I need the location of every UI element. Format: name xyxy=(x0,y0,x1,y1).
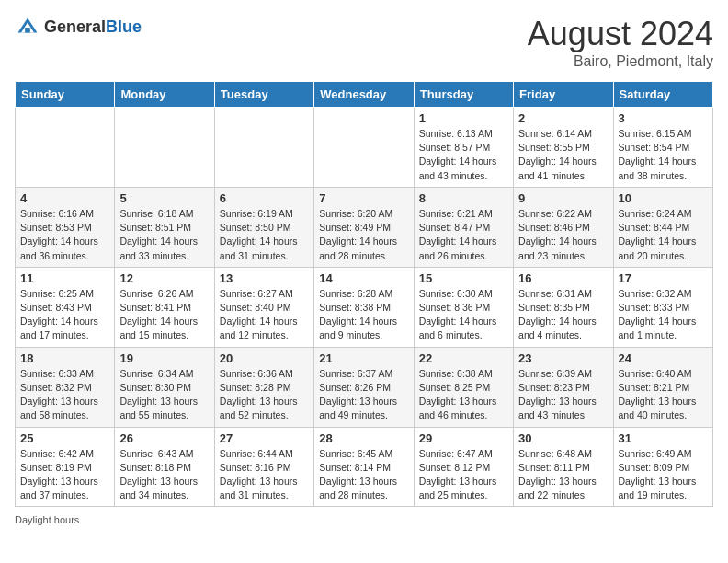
calendar-cell: 25Sunrise: 6:42 AMSunset: 8:19 PMDayligh… xyxy=(16,427,115,507)
calendar-cell: 14Sunrise: 6:28 AMSunset: 8:38 PMDayligh… xyxy=(314,267,414,347)
calendar-cell: 12Sunrise: 6:26 AMSunset: 8:41 PMDayligh… xyxy=(115,267,214,347)
day-info: Sunrise: 6:27 AMSunset: 8:40 PMDaylight:… xyxy=(220,287,309,343)
calendar-cell: 19Sunrise: 6:34 AMSunset: 8:30 PMDayligh… xyxy=(115,347,214,427)
calendar-cell: 3Sunrise: 6:15 AMSunset: 8:54 PMDaylight… xyxy=(613,108,712,188)
day-info: Sunrise: 6:34 AMSunset: 8:30 PMDaylight:… xyxy=(119,367,209,423)
day-number: 24 xyxy=(619,351,708,365)
calendar-cell xyxy=(16,108,115,188)
calendar-cell: 18Sunrise: 6:33 AMSunset: 8:32 PMDayligh… xyxy=(16,347,115,427)
day-info: Sunrise: 6:30 AMSunset: 8:36 PMDaylight:… xyxy=(419,287,508,343)
logo-text: General Blue xyxy=(44,18,142,37)
day-info: Sunrise: 6:21 AMSunset: 8:47 PMDaylight:… xyxy=(419,207,508,263)
calendar-day-header: Monday xyxy=(115,82,214,108)
calendar-cell: 10Sunrise: 6:24 AMSunset: 8:44 PMDayligh… xyxy=(613,187,712,267)
day-info: Sunrise: 6:37 AMSunset: 8:26 PMDaylight:… xyxy=(319,367,408,423)
calendar-cell: 28Sunrise: 6:45 AMSunset: 8:14 PMDayligh… xyxy=(314,427,414,507)
day-info: Sunrise: 6:18 AMSunset: 8:51 PMDaylight:… xyxy=(119,207,209,263)
day-number: 4 xyxy=(20,191,109,205)
calendar-cell: 16Sunrise: 6:31 AMSunset: 8:35 PMDayligh… xyxy=(514,267,613,347)
calendar-cell: 8Sunrise: 6:21 AMSunset: 8:47 PMDaylight… xyxy=(414,187,513,267)
day-info: Sunrise: 6:42 AMSunset: 8:19 PMDaylight:… xyxy=(20,447,109,503)
calendar-day-header: Tuesday xyxy=(214,82,313,108)
calendar-cell: 31Sunrise: 6:49 AMSunset: 8:09 PMDayligh… xyxy=(613,427,712,507)
calendar-cell xyxy=(115,108,214,188)
day-number: 26 xyxy=(119,431,209,445)
calendar-cell: 29Sunrise: 6:47 AMSunset: 8:12 PMDayligh… xyxy=(414,427,513,507)
day-number: 13 xyxy=(220,271,309,285)
day-number: 3 xyxy=(619,111,708,125)
day-number: 7 xyxy=(319,191,408,205)
calendar-cell: 27Sunrise: 6:44 AMSunset: 8:16 PMDayligh… xyxy=(214,427,313,507)
day-number: 15 xyxy=(419,271,508,285)
day-number: 5 xyxy=(119,191,209,205)
calendar-cell: 15Sunrise: 6:30 AMSunset: 8:36 PMDayligh… xyxy=(414,267,513,347)
calendar-header-row: SundayMondayTuesdayWednesdayThursdayFrid… xyxy=(16,82,713,108)
day-info: Sunrise: 6:25 AMSunset: 8:43 PMDaylight:… xyxy=(20,287,109,343)
calendar-week-row: 4Sunrise: 6:16 AMSunset: 8:53 PMDaylight… xyxy=(16,187,713,267)
page-header: General Blue August 2024 Bairo, Piedmont… xyxy=(15,15,713,70)
calendar-week-row: 1Sunrise: 6:13 AMSunset: 8:57 PMDaylight… xyxy=(16,108,713,188)
day-number: 25 xyxy=(20,431,109,445)
day-number: 18 xyxy=(20,351,109,365)
calendar-cell: 5Sunrise: 6:18 AMSunset: 8:51 PMDaylight… xyxy=(115,187,214,267)
calendar-cell: 11Sunrise: 6:25 AMSunset: 8:43 PMDayligh… xyxy=(16,267,115,347)
title-block: August 2024 Bairo, Piedmont, Italy xyxy=(528,15,713,70)
calendar-cell: 13Sunrise: 6:27 AMSunset: 8:40 PMDayligh… xyxy=(214,267,313,347)
day-info: Sunrise: 6:14 AMSunset: 8:55 PMDaylight:… xyxy=(518,127,608,183)
calendar-cell: 21Sunrise: 6:37 AMSunset: 8:26 PMDayligh… xyxy=(314,347,414,427)
day-info: Sunrise: 6:36 AMSunset: 8:28 PMDaylight:… xyxy=(220,367,309,423)
day-number: 8 xyxy=(419,191,508,205)
day-info: Sunrise: 6:32 AMSunset: 8:33 PMDaylight:… xyxy=(619,287,708,343)
calendar-cell: 26Sunrise: 6:43 AMSunset: 8:18 PMDayligh… xyxy=(115,427,214,507)
logo-blue: Blue xyxy=(106,18,142,37)
calendar-cell xyxy=(214,108,313,188)
calendar-week-row: 25Sunrise: 6:42 AMSunset: 8:19 PMDayligh… xyxy=(16,427,713,507)
day-info: Sunrise: 6:44 AMSunset: 8:16 PMDaylight:… xyxy=(220,447,309,503)
day-info: Sunrise: 6:33 AMSunset: 8:32 PMDaylight:… xyxy=(20,367,109,423)
day-number: 28 xyxy=(319,431,408,445)
day-info: Sunrise: 6:47 AMSunset: 8:12 PMDaylight:… xyxy=(419,447,508,503)
calendar-cell: 17Sunrise: 6:32 AMSunset: 8:33 PMDayligh… xyxy=(613,267,712,347)
day-info: Sunrise: 6:20 AMSunset: 8:49 PMDaylight:… xyxy=(319,207,408,263)
day-info: Sunrise: 6:31 AMSunset: 8:35 PMDaylight:… xyxy=(518,287,608,343)
day-info: Sunrise: 6:49 AMSunset: 8:09 PMDaylight:… xyxy=(619,447,708,503)
footer: Daylight hours xyxy=(15,514,713,525)
calendar-cell: 2Sunrise: 6:14 AMSunset: 8:55 PMDaylight… xyxy=(514,108,613,188)
day-number: 30 xyxy=(518,431,608,445)
logo-icon xyxy=(15,15,40,40)
day-info: Sunrise: 6:45 AMSunset: 8:14 PMDaylight:… xyxy=(319,447,408,503)
calendar-cell: 23Sunrise: 6:39 AMSunset: 8:23 PMDayligh… xyxy=(514,347,613,427)
day-info: Sunrise: 6:19 AMSunset: 8:50 PMDaylight:… xyxy=(220,207,309,263)
day-number: 11 xyxy=(20,271,109,285)
logo: General Blue xyxy=(15,15,142,40)
month-year: August 2024 xyxy=(528,15,713,53)
day-number: 6 xyxy=(220,191,309,205)
calendar-day-header: Wednesday xyxy=(314,82,414,108)
day-number: 9 xyxy=(518,191,608,205)
day-info: Sunrise: 6:22 AMSunset: 8:46 PMDaylight:… xyxy=(518,207,608,263)
calendar-cell: 9Sunrise: 6:22 AMSunset: 8:46 PMDaylight… xyxy=(514,187,613,267)
day-info: Sunrise: 6:48 AMSunset: 8:11 PMDaylight:… xyxy=(518,447,608,503)
calendar-day-header: Friday xyxy=(514,82,613,108)
day-info: Sunrise: 6:38 AMSunset: 8:25 PMDaylight:… xyxy=(419,367,508,423)
calendar-cell xyxy=(314,108,414,188)
day-info: Sunrise: 6:26 AMSunset: 8:41 PMDaylight:… xyxy=(119,287,209,343)
calendar-day-header: Sunday xyxy=(16,82,115,108)
day-number: 17 xyxy=(619,271,708,285)
day-number: 27 xyxy=(220,431,309,445)
calendar-cell: 24Sunrise: 6:40 AMSunset: 8:21 PMDayligh… xyxy=(613,347,712,427)
day-number: 19 xyxy=(119,351,209,365)
day-number: 21 xyxy=(319,351,408,365)
calendar-week-row: 11Sunrise: 6:25 AMSunset: 8:43 PMDayligh… xyxy=(16,267,713,347)
day-info: Sunrise: 6:40 AMSunset: 8:21 PMDaylight:… xyxy=(619,367,708,423)
day-info: Sunrise: 6:43 AMSunset: 8:18 PMDaylight:… xyxy=(119,447,209,503)
calendar-cell: 1Sunrise: 6:13 AMSunset: 8:57 PMDaylight… xyxy=(414,108,513,188)
day-info: Sunrise: 6:16 AMSunset: 8:53 PMDaylight:… xyxy=(20,207,109,263)
location: Bairo, Piedmont, Italy xyxy=(528,53,713,70)
day-number: 1 xyxy=(419,111,508,125)
calendar-day-header: Thursday xyxy=(414,82,513,108)
day-info: Sunrise: 6:13 AMSunset: 8:57 PMDaylight:… xyxy=(419,127,508,183)
calendar-cell: 7Sunrise: 6:20 AMSunset: 8:49 PMDaylight… xyxy=(314,187,414,267)
calendar-cell: 20Sunrise: 6:36 AMSunset: 8:28 PMDayligh… xyxy=(214,347,313,427)
calendar-cell: 22Sunrise: 6:38 AMSunset: 8:25 PMDayligh… xyxy=(414,347,513,427)
